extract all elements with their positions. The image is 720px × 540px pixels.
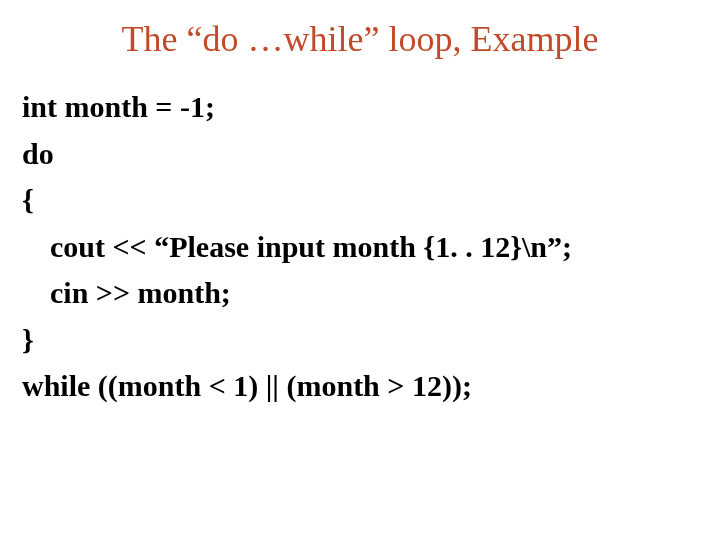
code-line-4: cout << “Please input month {1. . 12}\n”… [22,224,698,271]
code-line-2: do [22,131,698,178]
code-line-7: while ((month < 1) || (month > 12)); [22,363,698,410]
code-line-3: { [22,177,698,224]
slide-title: The “do …while” loop, Example [0,0,720,60]
code-block: int month = -1; do { cout << “Please inp… [0,60,720,410]
code-line-1: int month = -1; [22,84,698,131]
code-line-5: cin >> month; [22,270,698,317]
code-line-6: } [22,317,698,364]
slide: The “do …while” loop, Example int month … [0,0,720,540]
